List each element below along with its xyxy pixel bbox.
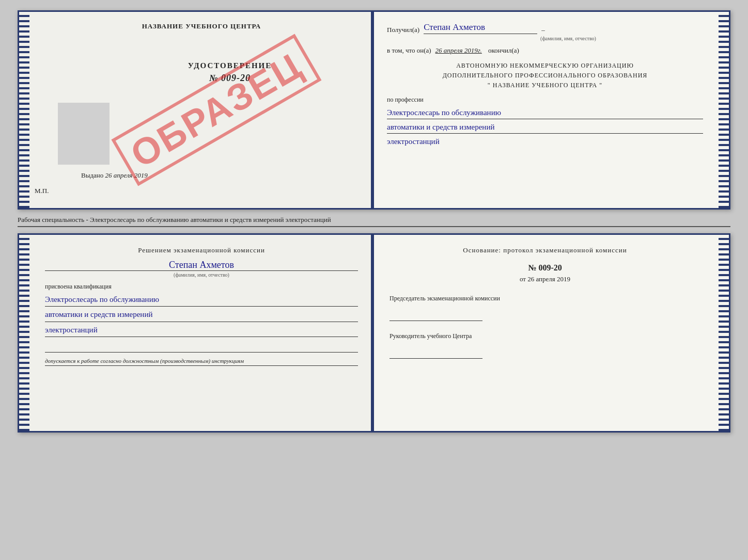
vtom-date: 26 апреля 2019г.: [435, 46, 482, 55]
fio-sublabel-top: (фамилия, имя, отчество): [433, 36, 703, 41]
org-line3: " НАЗВАНИЕ УЧЕБНОГО ЦЕНТРА ": [387, 81, 703, 90]
bottom-cert-left-page: Решением экзаменационной комиссии Степан…: [19, 235, 374, 431]
specialty-label: Рабочая специальность - Электрослесарь п…: [18, 214, 730, 227]
bottom-right-inner: Основание: протокол экзаменационной коми…: [389, 245, 700, 359]
received-label: Получил(а): [387, 26, 419, 34]
bottom-left-stripe: [19, 235, 29, 431]
protocol-date-prefix: от: [520, 275, 526, 283]
director-title: Руководитель учебного Центра: [389, 331, 700, 341]
org-line1: АВТОНОМНУЮ НЕКОММЕРЧЕСКУЮ ОРГАНИЗАЦИЮ: [387, 61, 703, 71]
right-stripe-decoration: [719, 12, 729, 208]
bottom-footer: допускается к работе согласно должностны…: [45, 358, 358, 364]
vtom-label: в том, что он(а): [387, 46, 431, 55]
qualification-line1: Электрослесарь по обслуживанию: [45, 293, 358, 307]
profession-line3: электростанций: [387, 135, 703, 148]
top-cert-right-page: Получил(а) Степан Ахметов – (фамилия, им…: [374, 12, 729, 208]
profession-line2: автоматики и средств измерений: [387, 121, 703, 134]
left-stripe-decoration: [19, 12, 29, 208]
received-line: Получил(а) Степан Ахметов –: [387, 22, 703, 34]
bottom-right-stripe: [719, 235, 729, 431]
assigned-label: присвоена квалификация: [45, 283, 358, 291]
chairman-block: Председатель экзаменационной комиссии: [389, 294, 700, 321]
protocol-date: 26 апреля 2019: [527, 275, 570, 283]
director-block: Руководитель учебного Центра: [389, 331, 700, 359]
bottom-left-inner: Решением экзаменационной комиссии Степан…: [45, 245, 358, 366]
finished-label: окончил(а): [488, 46, 519, 55]
org-line2: ДОПОЛНИТЕЛЬНОГО ПРОФЕССИОНАЛЬНОГО ОБРАЗО…: [387, 71, 703, 81]
cert-title: УДОСТОВЕРЕНИЕ: [99, 61, 361, 70]
document-container: НАЗВАНИЕ УЧЕБНОГО ЦЕНТРА УДОСТОВЕРЕНИЕ №…: [18, 10, 730, 433]
bottom-certificate-book: Решением экзаменационной комиссии Степан…: [18, 233, 730, 433]
bottom-fio-sublabel: (фамилия, имя, отчество): [45, 272, 358, 278]
chairman-signature-line: [389, 311, 482, 321]
vtom-line: в том, что он(а) 26 апреля 2019г. окончи…: [387, 46, 703, 55]
cert-center-block: УДОСТОВЕРЕНИЕ № 009-20: [99, 61, 361, 84]
cert-number: № 009-20: [99, 73, 361, 84]
org-block: АВТОНОМНУЮ НЕКОММЕРЧЕСКУЮ ОРГАНИЗАЦИЮ ДО…: [387, 61, 703, 91]
cert-mp: М.П.: [35, 187, 49, 195]
top-left-header: НАЗВАНИЕ УЧЕБНОГО ЦЕНТРА: [42, 22, 361, 30]
profession-line1: Электрослесарь по обслуживанию: [387, 106, 703, 119]
top-certificate-book: НАЗВАНИЕ УЧЕБНОГО ЦЕНТРА УДОСТОВЕРЕНИЕ №…: [18, 10, 730, 210]
qualification-line3: электростанций: [45, 324, 358, 338]
profession-label: по профессии: [387, 96, 703, 104]
director-signature-line: [389, 348, 482, 359]
photo-placeholder: [58, 103, 110, 165]
basis-label: Основание: протокол экзаменационной коми…: [389, 245, 700, 255]
bottom-cert-right-page: Основание: протокол экзаменационной коми…: [374, 235, 729, 431]
issued-date: 26 апреля 2019: [105, 171, 148, 179]
bottom-recipient-name: Степан Ахметов: [45, 260, 358, 271]
issued-label: Выдано: [81, 171, 103, 179]
top-left-inner: НАЗВАНИЕ УЧЕБНОГО ЦЕНТРА УДОСТОВЕРЕНИЕ №…: [42, 22, 361, 175]
qualification-line2: автоматики и средств измерений: [45, 308, 358, 322]
protocol-number: № 009-20: [389, 263, 700, 273]
protocol-date-block: от 26 апреля 2019: [389, 275, 700, 283]
recipient-name: Степан Ахметов: [424, 22, 537, 34]
chairman-title: Председатель экзаменационной комиссии: [389, 294, 700, 303]
dash-after-name: –: [541, 26, 545, 34]
bottom-left-header: Решением экзаменационной комиссии: [45, 245, 358, 255]
top-right-inner: Получил(а) Степан Ахметов – (фамилия, им…: [387, 22, 703, 148]
top-cert-left-page: НАЗВАНИЕ УЧЕБНОГО ЦЕНТРА УДОСТОВЕРЕНИЕ №…: [19, 12, 374, 208]
cert-issued-block: Выдано 26 апреля 2019: [81, 171, 148, 180]
